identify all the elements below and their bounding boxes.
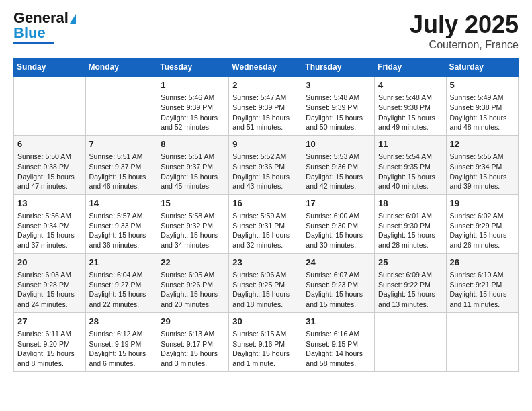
calendar-cell: 1Sunrise: 5:46 AM Sunset: 9:39 PM Daylig… (157, 77, 229, 136)
day-number: 9 (232, 138, 298, 150)
day-number: 18 (378, 197, 443, 210)
day-number: 11 (378, 138, 443, 150)
calendar-cell: 14Sunrise: 5:57 AM Sunset: 9:33 PM Dayli… (85, 194, 157, 253)
calendar-cell: 30Sunrise: 6:15 AM Sunset: 9:16 PM Dayli… (229, 312, 302, 371)
calendar-cell: 20Sunrise: 6:03 AM Sunset: 9:28 PM Dayli… (14, 253, 86, 312)
day-info: Sunrise: 6:01 AM Sunset: 9:30 PM Dayligh… (378, 211, 443, 250)
calendar-cell: 27Sunrise: 6:11 AM Sunset: 9:20 PM Dayli… (14, 312, 86, 371)
calendar-cell: 5Sunrise: 5:49 AM Sunset: 9:38 PM Daylig… (446, 77, 518, 136)
calendar-cell: 16Sunrise: 5:59 AM Sunset: 9:31 PM Dayli… (229, 194, 302, 253)
calendar-cell (446, 312, 518, 371)
day-info: Sunrise: 6:00 AM Sunset: 9:30 PM Dayligh… (306, 211, 371, 250)
title-block: July 2025 Couternon, France (410, 11, 519, 51)
day-info: Sunrise: 5:51 AM Sunset: 9:37 PM Dayligh… (161, 152, 225, 191)
calendar-cell: 18Sunrise: 6:01 AM Sunset: 9:30 PM Dayli… (375, 194, 447, 253)
day-info: Sunrise: 5:48 AM Sunset: 9:38 PM Dayligh… (378, 93, 443, 132)
day-info: Sunrise: 5:59 AM Sunset: 9:31 PM Dayligh… (232, 211, 298, 250)
day-info: Sunrise: 6:02 AM Sunset: 9:29 PM Dayligh… (450, 211, 515, 250)
week-row-2: 13Sunrise: 5:56 AM Sunset: 9:34 PM Dayli… (14, 194, 519, 253)
calendar-cell: 25Sunrise: 6:09 AM Sunset: 9:22 PM Dayli… (375, 253, 447, 312)
calendar-cell (85, 77, 157, 136)
day-number: 31 (306, 316, 371, 328)
day-number: 4 (378, 79, 443, 91)
header-wednesday: Wednesday (229, 58, 302, 77)
header-sunday: Sunday (14, 58, 86, 77)
calendar-cell (375, 312, 447, 371)
day-number: 20 (17, 257, 82, 269)
calendar-cell: 6Sunrise: 5:50 AM Sunset: 9:38 PM Daylig… (14, 135, 86, 194)
header-tuesday: Tuesday (157, 58, 229, 77)
day-info: Sunrise: 6:05 AM Sunset: 9:26 PM Dayligh… (161, 270, 225, 310)
day-info: Sunrise: 5:53 AM Sunset: 9:36 PM Dayligh… (306, 152, 371, 191)
day-number: 28 (89, 316, 154, 328)
logo-text: General (13, 11, 76, 26)
calendar-cell: 21Sunrise: 6:04 AM Sunset: 9:27 PM Dayli… (85, 253, 157, 312)
day-number: 27 (17, 316, 82, 328)
day-number: 7 (89, 138, 154, 150)
calendar-cell: 13Sunrise: 5:56 AM Sunset: 9:34 PM Dayli… (14, 194, 86, 253)
calendar-header-row: SundayMondayTuesdayWednesdayThursdayFrid… (14, 58, 519, 77)
day-number: 29 (161, 316, 225, 328)
calendar-cell: 10Sunrise: 5:53 AM Sunset: 9:36 PM Dayli… (302, 135, 375, 194)
day-info: Sunrise: 5:55 AM Sunset: 9:34 PM Dayligh… (450, 152, 515, 191)
day-info: Sunrise: 6:13 AM Sunset: 9:17 PM Dayligh… (161, 329, 225, 369)
day-number: 25 (378, 257, 443, 269)
day-info: Sunrise: 5:58 AM Sunset: 9:32 PM Dayligh… (161, 211, 225, 250)
calendar-cell: 17Sunrise: 6:00 AM Sunset: 9:30 PM Dayli… (302, 194, 375, 253)
logo: General Blue (13, 11, 76, 44)
logo-underline (13, 42, 54, 44)
day-number: 6 (17, 138, 82, 150)
header-friday: Friday (375, 58, 447, 77)
month-title: July 2025 (410, 11, 519, 39)
calendar-cell: 4Sunrise: 5:48 AM Sunset: 9:38 PM Daylig… (375, 77, 447, 136)
day-number: 23 (232, 257, 298, 269)
day-number: 17 (306, 197, 371, 210)
day-info: Sunrise: 5:52 AM Sunset: 9:36 PM Dayligh… (232, 152, 298, 191)
calendar-cell: 7Sunrise: 5:51 AM Sunset: 9:37 PM Daylig… (85, 135, 157, 194)
calendar-cell: 9Sunrise: 5:52 AM Sunset: 9:36 PM Daylig… (229, 135, 302, 194)
day-number: 30 (232, 316, 298, 328)
day-number: 13 (17, 197, 82, 210)
day-info: Sunrise: 6:10 AM Sunset: 9:21 PM Dayligh… (450, 270, 515, 310)
calendar-cell: 23Sunrise: 6:06 AM Sunset: 9:25 PM Dayli… (229, 253, 302, 312)
day-number: 12 (450, 138, 515, 150)
day-info: Sunrise: 6:03 AM Sunset: 9:28 PM Dayligh… (17, 270, 82, 310)
calendar-cell: 31Sunrise: 6:16 AM Sunset: 9:15 PM Dayli… (302, 312, 375, 371)
header-thursday: Thursday (302, 58, 375, 77)
day-number: 3 (306, 79, 371, 91)
day-number: 19 (450, 197, 515, 210)
day-info: Sunrise: 5:46 AM Sunset: 9:39 PM Dayligh… (161, 93, 225, 132)
calendar-cell (14, 77, 86, 136)
day-info: Sunrise: 6:11 AM Sunset: 9:20 PM Dayligh… (17, 329, 82, 369)
calendar-cell: 8Sunrise: 5:51 AM Sunset: 9:37 PM Daylig… (157, 135, 229, 194)
day-info: Sunrise: 5:51 AM Sunset: 9:37 PM Dayligh… (89, 152, 154, 191)
week-row-1: 6Sunrise: 5:50 AM Sunset: 9:38 PM Daylig… (14, 135, 519, 194)
day-number: 8 (161, 138, 225, 150)
header-monday: Monday (85, 58, 157, 77)
calendar-table: SundayMondayTuesdayWednesdayThursdayFrid… (13, 58, 519, 372)
calendar-cell: 15Sunrise: 5:58 AM Sunset: 9:32 PM Dayli… (157, 194, 229, 253)
day-info: Sunrise: 5:49 AM Sunset: 9:38 PM Dayligh… (450, 93, 515, 132)
day-info: Sunrise: 6:07 AM Sunset: 9:23 PM Dayligh… (306, 270, 371, 310)
calendar-cell: 29Sunrise: 6:13 AM Sunset: 9:17 PM Dayli… (157, 312, 229, 371)
page-header: General Blue July 2025 Couternon, France (13, 11, 519, 51)
day-info: Sunrise: 5:50 AM Sunset: 9:38 PM Dayligh… (17, 152, 82, 191)
calendar-cell: 3Sunrise: 5:48 AM Sunset: 9:39 PM Daylig… (302, 77, 375, 136)
calendar-cell: 22Sunrise: 6:05 AM Sunset: 9:26 PM Dayli… (157, 253, 229, 312)
calendar-cell: 11Sunrise: 5:54 AM Sunset: 9:35 PM Dayli… (375, 135, 447, 194)
day-info: Sunrise: 6:04 AM Sunset: 9:27 PM Dayligh… (89, 270, 154, 310)
week-row-0: 1Sunrise: 5:46 AM Sunset: 9:39 PM Daylig… (14, 77, 519, 136)
day-info: Sunrise: 5:54 AM Sunset: 9:35 PM Dayligh… (378, 152, 443, 191)
day-info: Sunrise: 6:06 AM Sunset: 9:25 PM Dayligh… (232, 270, 298, 310)
day-number: 15 (161, 197, 225, 210)
day-info: Sunrise: 5:56 AM Sunset: 9:34 PM Dayligh… (17, 211, 82, 250)
day-number: 1 (161, 79, 225, 91)
day-number: 10 (306, 138, 371, 150)
day-number: 2 (232, 79, 298, 91)
day-number: 24 (306, 257, 371, 269)
calendar-cell: 26Sunrise: 6:10 AM Sunset: 9:21 PM Dayli… (446, 253, 518, 312)
header-saturday: Saturday (446, 58, 518, 77)
day-number: 21 (89, 257, 154, 269)
calendar-cell: 28Sunrise: 6:12 AM Sunset: 9:19 PM Dayli… (85, 312, 157, 371)
calendar-cell: 19Sunrise: 6:02 AM Sunset: 9:29 PM Dayli… (446, 194, 518, 253)
